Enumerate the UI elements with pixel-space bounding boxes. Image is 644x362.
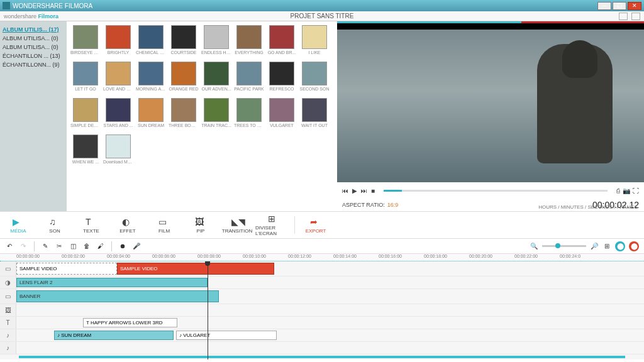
aspect-label: ASPECT RATIO: xyxy=(342,202,385,208)
playhead[interactable] xyxy=(208,261,208,359)
close-button[interactable]: ✕ xyxy=(628,2,641,10)
preview-controls: ⏮ ▶ ⏭ ■ ⎙ 📷 ⛶ xyxy=(337,182,644,199)
media-thumb[interactable]: TREES TO ST... xyxy=(234,98,264,132)
zoom-in-button[interactable]: 🔎 xyxy=(590,242,599,251)
category-item[interactable]: ALBUM UTILIS... (17) xyxy=(3,25,64,34)
media-thumb[interactable]: GO AND BR... xyxy=(267,25,297,59)
tab-split[interactable]: ⊞DIVISER L'ECRAN xyxy=(255,214,292,236)
media-thumb[interactable]: SECOND SON xyxy=(299,62,330,96)
media-thumb[interactable]: PACIFIC PARK xyxy=(234,62,264,96)
pip-track[interactable]: 🖼 xyxy=(0,304,644,317)
record-button[interactable]: ⏺ xyxy=(118,242,127,251)
media-thumb[interactable]: SIMPLE DECI... xyxy=(70,98,101,132)
tab-export[interactable]: ➦EXPORT xyxy=(297,217,334,234)
fullscreen-icon[interactable]: ⛶ xyxy=(633,187,639,194)
tab-media[interactable]: ▶MÉDIA xyxy=(0,217,36,234)
category-item[interactable]: ÉCHANTILLONN... (9) xyxy=(3,60,64,69)
next-frame-button[interactable]: ⏭ xyxy=(361,187,367,194)
timecode-label: HOURS / MINUTES / SECONDS / FRAMES xyxy=(538,204,638,210)
edit-button[interactable]: ✎ xyxy=(41,242,50,251)
image-track-icon: 🖼 xyxy=(0,304,16,316)
media-thumb[interactable]: REFRESCO xyxy=(267,62,297,96)
media-thumb[interactable]: BRIGHTLY xyxy=(103,25,133,59)
redo-button[interactable]: ↷ xyxy=(19,242,28,251)
clip[interactable]: SAMPLE VIDEO xyxy=(117,263,274,275)
category-item[interactable]: ÉCHANTILLON ... (13) xyxy=(3,52,64,60)
aspect-value: 16:9 xyxy=(387,202,399,208)
media-thumb[interactable]: MORNING ACE xyxy=(136,62,166,96)
audio-track-2[interactable]: ♪ xyxy=(0,342,644,354)
media-thumb[interactable]: TRAIN TRAC... xyxy=(201,98,231,132)
media-thumb[interactable]: Download More xyxy=(103,134,133,168)
render-button[interactable]: ⬤ xyxy=(629,241,639,251)
media-thumb[interactable]: ENDLESS HO... xyxy=(201,25,231,59)
media-grid: BIRDSEYE H...BRIGHTLYCHEMICAL H...COURTS… xyxy=(67,21,337,211)
clip[interactable]: SAMPLE VIDEO xyxy=(16,263,117,275)
stop-button[interactable]: ■ xyxy=(371,187,375,194)
video-track-1[interactable]: ▭ SAMPLE VIDEOSAMPLE VIDEO xyxy=(0,261,644,277)
header-fullscreen-button[interactable] xyxy=(631,13,640,20)
camera-icon[interactable]: 📷 xyxy=(623,187,630,194)
clip[interactable]: ♪ VULGARET xyxy=(176,331,277,340)
tab-film[interactable]: ▭FILM xyxy=(146,217,182,234)
media-thumb[interactable]: WHEN WE ... xyxy=(70,134,101,168)
minimize-button[interactable]: – xyxy=(597,2,611,10)
media-thumb[interactable]: COURTSIDE xyxy=(169,25,199,59)
snapshot-button[interactable]: ⎙ xyxy=(616,187,620,194)
os-titlebar: WONDERSHARE FILMORA – ☐ ✕ xyxy=(0,0,644,11)
preview-scrubber[interactable] xyxy=(384,190,608,192)
media-thumb[interactable]: LET IT GO xyxy=(70,62,101,96)
tab-pip[interactable]: 🖼PIP xyxy=(182,217,219,234)
media-thumb[interactable]: BIRDSEYE H... xyxy=(70,25,101,59)
tab-son[interactable]: ♫SON xyxy=(36,217,73,234)
clip[interactable]: T HAPPY ARROWS LOWER 3RD xyxy=(83,318,177,327)
timeline-scrollbar[interactable] xyxy=(19,356,625,358)
tab-texte[interactable]: TTEXTE xyxy=(73,217,109,234)
category-item[interactable]: ALBUM UTILISA... (0) xyxy=(3,34,64,43)
zoom-slider[interactable] xyxy=(542,245,586,247)
preview-meta: ASPECT RATIO: 16:9 00:00:02.12 HOURS / M… xyxy=(337,199,644,211)
play-button[interactable]: ▶ xyxy=(352,187,357,194)
media-thumb[interactable]: OUR ADVEN... xyxy=(201,62,231,96)
audio2-track-icon: ♪ xyxy=(0,342,16,354)
tab-effet[interactable]: ◐EFFET xyxy=(109,217,146,234)
media-thumb[interactable]: ORANGE RED xyxy=(169,62,199,96)
delete-button[interactable]: 🗑 xyxy=(82,242,91,251)
zoom-out-button[interactable]: 🔍 xyxy=(530,242,538,251)
media-thumb[interactable]: STARS AND ... xyxy=(103,98,133,132)
brush-button[interactable]: 🖌 xyxy=(96,242,105,251)
clip[interactable]: ♪ SUN DREAM xyxy=(54,331,174,340)
category-item[interactable]: ALBUM UTILISA... (0) xyxy=(3,43,64,52)
maximize-button[interactable]: ☐ xyxy=(613,2,626,10)
timeline-ruler[interactable]: 00:00:00:0000:00:02:0000:00:04:0000:00:0… xyxy=(0,254,644,261)
clip[interactable]: BANNER xyxy=(16,290,219,302)
media-thumb[interactable]: CHEMICAL H... xyxy=(136,25,166,59)
fx-track-icon: ◑ xyxy=(0,277,16,288)
media-thumb[interactable]: SUN DREAM xyxy=(136,98,166,132)
audio-track-1[interactable]: ♪ ♪ SUN DREAM♪ VULGARET xyxy=(0,329,644,342)
media-thumb[interactable]: LOVE AND O... xyxy=(103,62,133,96)
pip-track-icon: ▭ xyxy=(0,289,16,304)
media-thumb[interactable]: I LIKE xyxy=(299,25,330,59)
marker-button[interactable]: ⬤ xyxy=(615,241,625,251)
clip[interactable]: LENS FLAIR 2 xyxy=(16,278,208,287)
fit-button[interactable]: ⊞ xyxy=(602,242,611,251)
media-thumb[interactable]: WAIT IT OUT xyxy=(299,98,330,132)
fx-track[interactable]: ◑ LENS FLAIR 2 xyxy=(0,277,644,289)
media-thumb[interactable]: VULGARET xyxy=(267,98,297,132)
app-icon xyxy=(3,2,10,9)
text-track-icon: T xyxy=(0,317,16,329)
header-ratio-button[interactable] xyxy=(619,13,628,20)
prev-frame-button[interactable]: ⏮ xyxy=(342,187,348,194)
voiceover-button[interactable]: 🎤 xyxy=(132,242,141,251)
window-title: WONDERSHARE FILMORA xyxy=(13,3,92,9)
tab-transition[interactable]: ◣◥TRANSITION xyxy=(219,217,255,234)
text-track[interactable]: T T HAPPY ARROWS LOWER 3RD xyxy=(0,317,644,329)
crop-button[interactable]: ◫ xyxy=(69,242,77,251)
preview-panel: ⏮ ▶ ⏭ ■ ⎙ 📷 ⛶ xyxy=(337,21,644,199)
media-thumb[interactable]: EVERYTHING xyxy=(234,25,264,59)
media-thumb[interactable]: THREE BOOKS xyxy=(169,98,199,132)
undo-button[interactable]: ↶ xyxy=(5,242,14,251)
cut-button[interactable]: ✂ xyxy=(55,242,64,251)
video-track-2[interactable]: ▭ BANNER xyxy=(0,289,644,304)
